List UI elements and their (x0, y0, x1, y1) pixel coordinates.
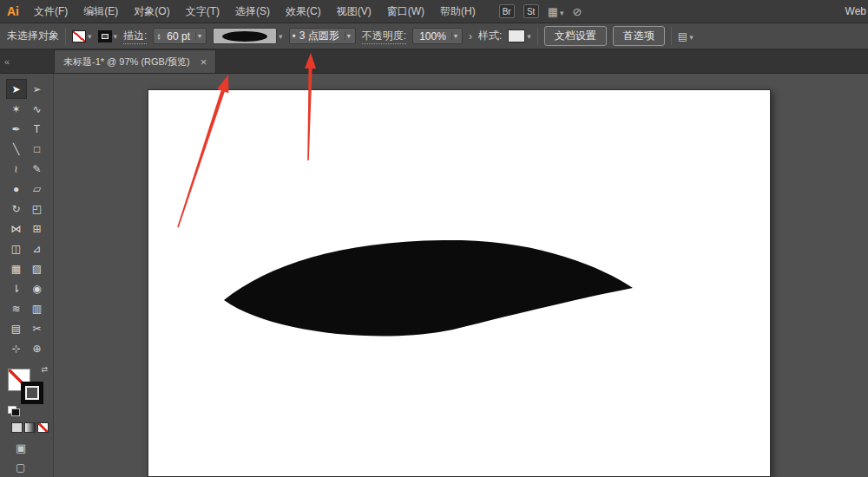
rotate-tool[interactable]: ↻ (6, 199, 27, 219)
stroke-color-swatch[interactable] (98, 30, 112, 42)
slice-tool[interactable]: ✂ (27, 318, 48, 338)
menu-window[interactable]: 窗口(W) (379, 0, 432, 23)
menu-help[interactable]: 帮助(H) (432, 0, 483, 23)
chevron-down-icon[interactable]: ▾ (451, 32, 459, 40)
document-setup-button[interactable]: 文档设置 (544, 26, 607, 46)
preferences-button[interactable]: 首选项 (613, 26, 665, 46)
chevron-down-icon[interactable]: ▾ (88, 32, 92, 41)
drawing-modes-icon[interactable]: ▣ (16, 441, 53, 454)
default-fill-stroke-icon[interactable] (8, 406, 16, 414)
width-profile-dropdown[interactable] (213, 28, 277, 44)
swap-fill-stroke-icon[interactable]: ⇄ (41, 365, 48, 374)
chevron-down-icon[interactable]: ▾ (114, 32, 118, 41)
symbol-sprayer-tool[interactable]: ≋ (6, 298, 27, 318)
pencil-tool[interactable]: ✎ (27, 159, 48, 179)
stroke-panel-link[interactable]: 描边: (123, 29, 147, 44)
selection-tool[interactable]: ➤ (6, 79, 27, 99)
opacity-value[interactable]: 100% (416, 30, 450, 42)
chevron-down-icon[interactable]: ▾ (345, 32, 352, 40)
eraser-tool[interactable]: ▱ (27, 179, 48, 199)
artboard-tool[interactable]: ▤ (6, 318, 27, 338)
style-group: ▾ (508, 29, 531, 42)
workspace-switcher-icon[interactable]: ▦▾ (548, 5, 564, 18)
divider (671, 28, 672, 45)
opacity-field[interactable]: 100% ▾ (412, 28, 463, 44)
menu-type[interactable]: 文字(T) (178, 0, 227, 23)
screen-mode-icon[interactable]: ▢ (16, 461, 53, 474)
chevron-down-icon[interactable]: ▾ (527, 32, 531, 41)
gradient-button[interactable] (24, 422, 36, 433)
stepper-icon[interactable]: ▲▼ (156, 33, 161, 40)
sync-disabled-icon[interactable]: ⊘ (572, 5, 582, 18)
type-tool[interactable]: T (27, 119, 48, 139)
artboard[interactable] (148, 89, 771, 477)
stroke-weight-field[interactable]: ▲▼ 60 pt ▾ (153, 28, 207, 44)
scale-tool[interactable]: ◰ (27, 199, 48, 219)
opacity-panel-arrow-icon[interactable]: › (469, 30, 472, 42)
width-profile-group: ▾ (213, 28, 283, 44)
hand-tool[interactable]: ⊹ (6, 338, 27, 358)
rectangle-tool[interactable]: □ (27, 139, 48, 159)
chevron-down-icon[interactable]: ▾ (279, 32, 283, 41)
width-tool[interactable]: ⋈ (6, 219, 27, 238)
menu-effect[interactable]: 效果(C) (278, 0, 329, 23)
menubar: Ai 文件(F)编辑(E)对象(O)文字(T)选择(S)效果(C)视图(V)窗口… (0, 0, 868, 23)
shape-builder-tool[interactable]: ◫ (6, 238, 27, 258)
gradient-tool[interactable]: ▨ (27, 258, 48, 278)
control-bar: 未选择对象 ▾ ▾ 描边: ▲▼ 60 pt ▾ ▾ • 3 点圆形 ▾ 不透明… (0, 23, 868, 49)
illustrator-window: Ai 文件(F)编辑(E)对象(O)文字(T)选择(S)效果(C)视图(V)窗口… (0, 0, 868, 477)
chevron-down-icon[interactable]: ▾ (195, 32, 203, 40)
magic-wand-tool[interactable]: ✶ (6, 99, 27, 119)
document-tab[interactable]: 未标题-1* @ 97% (RGB/预览) × (54, 49, 216, 73)
panel-menu-icon[interactable]: ▤▾ (678, 30, 694, 42)
blob-brush-tool[interactable]: ● (6, 179, 27, 199)
document-tab-title: 未标题-1* @ 97% (RGB/预览) (63, 56, 190, 69)
tools-panel: ➤➢✶∿✒T╲□≀✎●▱↻◰⋈⊞◫⊿▦▨⇂◉≋▥▤✂⊹⊕ ⇄ ▣ ▢ (0, 74, 54, 477)
line-segment-tool[interactable]: ╲ (6, 139, 27, 159)
lasso-tool[interactable]: ∿ (27, 99, 48, 119)
pen-tool[interactable]: ✒ (6, 119, 27, 139)
chevron-down-icon: ▾ (560, 9, 564, 17)
none-button[interactable] (37, 422, 49, 433)
menu-list: 文件(F)编辑(E)对象(O)文字(T)选择(S)效果(C)视图(V)窗口(W)… (26, 0, 483, 23)
collapse-panels-icon[interactable]: « (0, 56, 54, 73)
fill-stroke-indicator: ⇄ (8, 367, 48, 412)
mesh-tool[interactable]: ▦ (6, 258, 27, 278)
menu-select[interactable]: 选择(S) (227, 0, 278, 23)
direct-selection-tool[interactable]: ➢ (27, 79, 48, 99)
eyedropper-tool[interactable]: ⇂ (6, 278, 27, 298)
free-transform-tool[interactable]: ⊞ (27, 219, 48, 238)
menu-object[interactable]: 对象(O) (126, 0, 177, 23)
fill-color-group: ▾ (72, 29, 92, 42)
stock-button[interactable]: St (523, 4, 539, 18)
menu-file[interactable]: 文件(F) (26, 0, 76, 23)
brush-definition-dropdown[interactable]: • 3 点圆形 ▾ (289, 28, 356, 44)
column-graph-tool[interactable]: ▥ (27, 298, 48, 318)
canvas-area[interactable] (54, 74, 868, 477)
style-swatch[interactable] (508, 29, 525, 42)
paintbrush-tool[interactable]: ≀ (6, 159, 27, 179)
tool-grid: ➤➢✶∿✒T╲□≀✎●▱↻◰⋈⊞◫⊿▦▨⇂◉≋▥▤✂⊹⊕ (0, 74, 53, 358)
menubar-right: Br St ▦▾ ⊘ (499, 4, 582, 18)
menu-view[interactable]: 视图(V) (329, 0, 379, 23)
fill-color-swatch[interactable] (72, 30, 86, 42)
perspective-grid-tool[interactable]: ⊿ (27, 238, 48, 258)
stroke-weight-value[interactable]: 60 pt (163, 30, 194, 42)
zoom-tool[interactable]: ⊕ (27, 338, 48, 358)
stroke-color-group: ▾ (98, 29, 118, 42)
blend-tool[interactable]: ◉ (27, 278, 48, 298)
divider (65, 28, 66, 45)
opacity-panel-link[interactable]: 不透明度: (362, 29, 406, 44)
document-tab-bar: « 未标题-1* @ 97% (RGB/预览) × (0, 49, 868, 74)
stroke-swatch[interactable] (21, 382, 43, 404)
close-icon[interactable]: × (201, 56, 207, 69)
color-button[interactable] (11, 422, 23, 433)
illustrator-logo-icon: Ai (0, 4, 26, 18)
bridge-button[interactable]: Br (499, 4, 515, 18)
workspace-label[interactable]: Web (845, 5, 868, 17)
style-label: 样式: (478, 29, 502, 43)
brush-name: 3 点圆形 (296, 29, 343, 43)
chevron-down-icon: ▾ (689, 33, 694, 42)
menu-edit[interactable]: 编辑(E) (76, 0, 126, 23)
divider (537, 28, 538, 45)
